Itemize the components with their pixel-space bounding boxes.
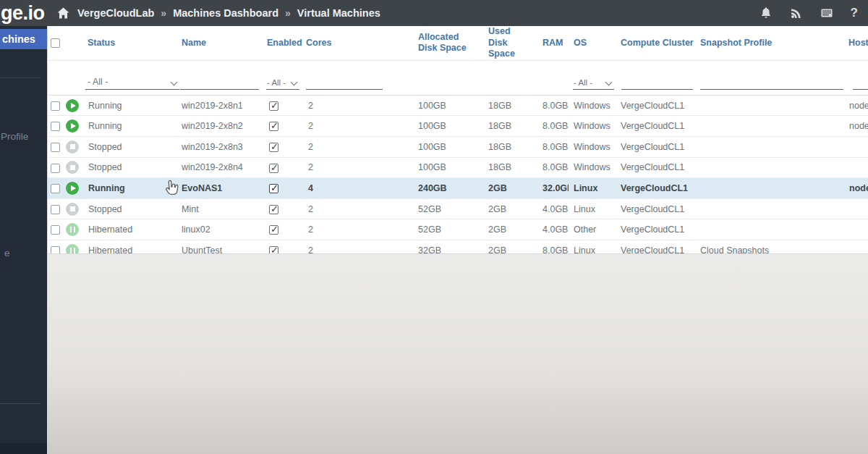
ram-value: 4.0GB [538, 219, 569, 240]
col-header-used-disk[interactable]: Used Disk Space [483, 26, 538, 60]
enabled-checkbox[interactable] [269, 184, 278, 193]
allocated-disk-value: 52GB [413, 219, 483, 240]
enabled-checkbox[interactable] [269, 101, 278, 111]
sidebar-item-machines-active[interactable]: chines [0, 29, 47, 49]
cluster-value: VergeCloudCL1 [616, 116, 695, 137]
allocated-disk-value: 52GB [413, 198, 483, 219]
breadcrumb-item-root[interactable]: VergeCloudLab [77, 7, 154, 19]
name-filter-input[interactable] [180, 75, 259, 90]
console-log-icon[interactable] [820, 7, 833, 20]
sidebar-footer [0, 443, 47, 454]
enabled-checkbox[interactable] [269, 205, 278, 214]
os-value: Linux [569, 198, 616, 219]
vm-name: EvoNAS1 [180, 178, 265, 199]
vm-name: Mint [180, 198, 265, 219]
snapshot-profile-filter-input[interactable] [700, 75, 843, 90]
status-running-icon [66, 99, 79, 112]
help-icon[interactable]: ? [851, 6, 858, 20]
col-header-enabled[interactable]: Enabled [265, 26, 303, 60]
table-row[interactable]: Running win2019-2x8n2 2 100GB 18GB 8.0GB… [48, 116, 868, 137]
host-value [845, 157, 868, 178]
vm-name: win2019-2x8n3 [180, 137, 265, 158]
col-header-compute-cluster[interactable]: Compute Cluster [616, 26, 695, 60]
app-logo[interactable]: ge.io [1, 2, 47, 25]
rss-feed-icon[interactable] [790, 7, 803, 20]
home-icon[interactable] [57, 7, 69, 19]
cluster-value: VergeCloudCL1 [616, 219, 695, 240]
host-value [845, 137, 868, 158]
status-stopped-icon [66, 203, 79, 216]
os-value: Windows [569, 137, 616, 158]
enabled-checkbox[interactable] [269, 122, 278, 131]
status-label: Stopped [88, 142, 122, 152]
sidebar-item-profile[interactable]: Profile [0, 131, 28, 142]
row-checkbox[interactable] [51, 164, 60, 173]
select-all-checkbox[interactable] [51, 38, 60, 48]
status-label: Stopped [88, 162, 122, 172]
sidebar-item-partial[interactable]: e [0, 248, 10, 258]
enabled-checkbox[interactable] [269, 164, 278, 173]
os-value: Other [569, 219, 616, 240]
enabled-checkbox[interactable] [269, 225, 278, 235]
os-value: Windows [569, 95, 616, 116]
host-value: node [845, 95, 868, 116]
top-bar: ge.io VergeCloudLab » Machines Dashboard… [0, 0, 868, 26]
snapshot-value [695, 116, 845, 137]
allocated-disk-value: 240GB [413, 178, 483, 199]
row-checkbox[interactable] [51, 225, 60, 235]
ram-value: 32.0GB [538, 178, 569, 199]
snapshot-value [695, 198, 845, 219]
status-label: Running [88, 101, 122, 111]
col-header-os[interactable]: OS [569, 26, 616, 60]
cores-value: 2 [303, 95, 413, 116]
allocated-disk-value: 100GB [413, 116, 483, 137]
sidebar-divider [0, 403, 41, 404]
table-row[interactable]: Stopped Mint 2 52GB 2GB 4.0GB Linux Verg… [48, 198, 868, 219]
cores-filter-input[interactable] [306, 75, 383, 90]
row-checkbox[interactable] [51, 205, 60, 214]
host-value [845, 198, 868, 219]
cores-value: 2 [303, 198, 413, 219]
cores-value: 2 [303, 157, 413, 178]
breadcrumb-item-current[interactable]: Virtual Machines [297, 7, 380, 19]
col-header-snapshot-profile[interactable]: Snapshot Profile [695, 26, 845, 60]
vm-name: win2019-2x8n2 [180, 116, 265, 137]
virtual-machines-table: Status Name Enabled Cores Allocated Disk… [48, 26, 868, 261]
row-checkbox[interactable] [51, 184, 60, 193]
allocated-disk-value: 100GB [413, 137, 483, 158]
host-value: node [845, 116, 868, 137]
col-header-allocated-disk[interactable]: Allocated Disk Space [413, 26, 483, 60]
status-stopped-icon [66, 140, 79, 154]
cluster-value: VergeCloudCL1 [616, 178, 695, 199]
table-row-selected[interactable]: Running EvoNAS1 4 240GB 2GB 32.0GB Linux… [48, 178, 868, 199]
row-checkbox[interactable] [51, 122, 60, 131]
enabled-checkbox[interactable] [269, 143, 278, 152]
col-header-status[interactable]: Status [64, 26, 180, 60]
table-row[interactable]: Stopped win2019-2x8n3 2 100GB 18GB 8.0GB… [48, 137, 868, 158]
status-running-icon [66, 119, 79, 133]
chevron-down-icon [171, 78, 178, 85]
compute-cluster-filter-input[interactable] [621, 75, 693, 90]
status-filter-select[interactable]: - All - [85, 77, 179, 90]
allocated-disk-value: 100GB [413, 95, 483, 116]
notifications-bell-icon[interactable] [760, 7, 773, 20]
vm-name: win2019-2x8n1 [180, 95, 265, 116]
table-row[interactable]: Hibernated linux02 2 52GB 2GB 4.0GB Othe… [48, 219, 868, 240]
vm-table-panel: Status Name Enabled Cores Allocated Disk… [47, 26, 868, 454]
row-checkbox[interactable] [51, 101, 60, 111]
os-filter-select[interactable]: - All - [573, 78, 614, 90]
breadcrumb-item-dashboard[interactable]: Machines Dashboard [173, 7, 278, 19]
ram-value: 8.0GB [538, 137, 569, 158]
col-header-name[interactable]: Name [180, 26, 265, 60]
col-header-host[interactable]: Host [845, 26, 868, 60]
col-header-cores[interactable]: Cores [303, 26, 413, 60]
enabled-filter-select[interactable]: - All - [266, 78, 299, 90]
table-row[interactable]: Stopped win2019-2x8n4 2 100GB 18GB 8.0GB… [48, 157, 868, 178]
table-row[interactable]: Running win2019-2x8n1 2 100GB 18GB 8.0GB… [48, 95, 868, 116]
snapshot-value [695, 137, 845, 158]
status-hibernated-icon [66, 223, 79, 236]
host-filter-input[interactable] [853, 75, 868, 90]
table-header-row: Status Name Enabled Cores Allocated Disk… [48, 26, 868, 60]
row-checkbox[interactable] [51, 143, 60, 152]
col-header-ram[interactable]: RAM [538, 26, 569, 60]
